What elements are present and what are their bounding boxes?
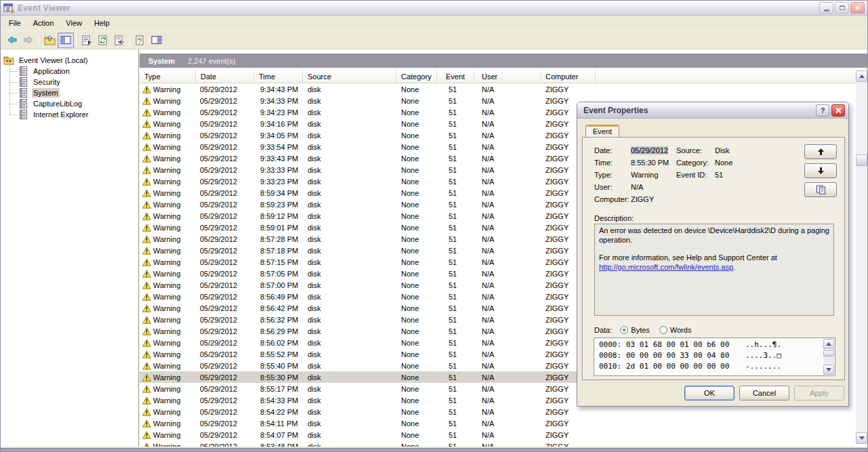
- menu-help[interactable]: Help: [88, 17, 116, 29]
- hex-scroll-up-button[interactable]: [823, 339, 834, 349]
- dialog-close-button[interactable]: [831, 104, 845, 117]
- cell-text: 8:53:48 PM: [260, 443, 298, 447]
- ok-button[interactable]: OK: [684, 386, 735, 400]
- cell-type: Warning: [140, 383, 196, 394]
- column-header-date[interactable]: Date: [196, 70, 254, 83]
- tab-event[interactable]: Event: [585, 125, 619, 138]
- dialog-title: Event Properties: [583, 106, 814, 115]
- apply-button[interactable]: Apply: [794, 386, 844, 400]
- column-header-category[interactable]: Category: [396, 70, 437, 83]
- menu-view[interactable]: View: [60, 17, 88, 29]
- table-row[interactable]: Warning05/29/20129:34:43 PMdiskNone51N/A…: [140, 83, 856, 95]
- scrollbar-thumb[interactable]: [856, 155, 867, 166]
- warning-icon: [142, 431, 151, 439]
- cell-time: 8:59:23 PM: [254, 199, 303, 210]
- table-row[interactable]: Warning05/29/20128:54:07 PMdiskNone51N/A…: [140, 429, 856, 440]
- previous-event-button[interactable]: [804, 144, 837, 159]
- cell-time: 8:59:12 PM: [254, 210, 303, 222]
- table-row[interactable]: Warning05/29/20128:54:22 PMdiskNone51N/A…: [140, 406, 856, 417]
- dialog-titlebar[interactable]: Event Properties ?: [577, 102, 848, 119]
- copy-button[interactable]: [804, 182, 837, 197]
- sidebar-item-security[interactable]: Security: [9, 77, 138, 87]
- cell-text: disk: [308, 97, 321, 105]
- properties-button[interactable]: [79, 33, 95, 48]
- cell-time: 8:57:28 PM: [254, 233, 303, 245]
- cell-text: 51: [449, 212, 457, 220]
- cell-time: 8:57:18 PM: [254, 245, 303, 256]
- help-button[interactable]: ?: [132, 33, 148, 48]
- table-row[interactable]: Warning05/29/20128:53:48 PMdiskNone51N/A…: [140, 440, 856, 447]
- window-titlebar[interactable]: Event Viewer ×: [1, 1, 867, 16]
- column-header-event[interactable]: Event: [437, 70, 474, 83]
- table-row[interactable]: Warning05/29/20128:54:11 PMdiskNone51N/A…: [140, 417, 856, 429]
- column-header-type[interactable]: Type: [140, 70, 196, 83]
- bytes-radio[interactable]: [620, 326, 628, 334]
- restore-button[interactable]: [835, 2, 849, 14]
- tree-item-label: Application: [32, 66, 71, 76]
- sidebar-item-system[interactable]: System: [9, 87, 138, 98]
- column-header-source[interactable]: Source: [303, 70, 396, 83]
- column-header-computer[interactable]: Computer: [541, 70, 596, 83]
- minimize-button[interactable]: [819, 2, 833, 14]
- column-header-user[interactable]: User: [474, 70, 541, 83]
- cell-text: 51: [449, 235, 457, 243]
- cell-time: 8:54:22 PM: [254, 406, 303, 417]
- sidebar-item-internet-explorer[interactable]: Internet Explorer: [9, 109, 138, 120]
- cell-event: 51: [437, 417, 474, 429]
- cell-text: ZIGGY: [545, 212, 569, 220]
- warning-icon: [142, 166, 151, 174]
- dialog-help-button[interactable]: ?: [816, 104, 829, 117]
- forward-button[interactable]: [20, 33, 37, 48]
- cell-user: N/A: [474, 164, 541, 176]
- type-value: Warning: [631, 171, 659, 179]
- export-list-button[interactable]: [111, 33, 127, 48]
- cell-date: 05/29/2012: [196, 360, 254, 371]
- cell-date: 05/29/2012: [196, 440, 254, 447]
- refresh-icon: [98, 35, 108, 45]
- vertical-scrollbar[interactable]: [856, 70, 867, 444]
- cell-text: N/A: [482, 327, 494, 335]
- sidebar-item-application[interactable]: Application: [9, 66, 138, 77]
- hex-line: 0000:03 01 68 00 01 00 b6 00..h...¶.: [599, 340, 835, 350]
- show-action-pane-button[interactable]: [148, 33, 165, 48]
- hex-scroll-down-button[interactable]: [823, 365, 834, 375]
- hex-scrollbar-thumb[interactable]: [823, 350, 834, 356]
- menu-action[interactable]: Action: [27, 17, 60, 29]
- hex-scrollbar[interactable]: [823, 339, 834, 375]
- cell-type: Warning: [140, 233, 196, 245]
- cell-user: N/A: [474, 233, 541, 245]
- cell-user: N/A: [474, 360, 541, 371]
- scroll-down-button[interactable]: [856, 432, 867, 444]
- column-header-time[interactable]: Time: [254, 70, 303, 83]
- events-link[interactable]: http://go.microsoft.com/fwlink/events.as…: [599, 263, 733, 271]
- cancel-button[interactable]: Cancel: [739, 386, 789, 400]
- refresh-button[interactable]: [95, 33, 111, 48]
- cell-text: ZIGGY: [545, 443, 569, 447]
- close-button[interactable]: ×: [850, 2, 865, 14]
- up-one-level-button[interactable]: [41, 33, 58, 48]
- cell-text: N/A: [482, 108, 494, 117]
- scroll-up-button[interactable]: [856, 70, 867, 82]
- menu-file[interactable]: File: [3, 17, 27, 29]
- warning-icon: [142, 247, 151, 255]
- cell-text: 51: [449, 339, 457, 347]
- bytes-radio-label: Bytes: [631, 326, 650, 334]
- next-event-button[interactable]: [804, 163, 837, 178]
- show-hide-console-tree-button[interactable]: [58, 33, 74, 48]
- cell-text: N/A: [482, 178, 494, 186]
- words-radio[interactable]: [659, 326, 667, 334]
- sidebar-item-captureliblog[interactable]: CaptureLibLog: [9, 98, 138, 109]
- tree-root-event-viewer-local[interactable]: Event Viewer (Local): [1, 55, 138, 66]
- cell-type: Warning: [140, 279, 196, 291]
- cell-text: disk: [308, 212, 321, 220]
- cell-text: None: [401, 362, 419, 370]
- cell-event: 51: [437, 279, 474, 291]
- back-button[interactable]: [4, 33, 20, 48]
- cell-user: N/A: [474, 152, 541, 164]
- cell-text: 51: [449, 178, 457, 186]
- cell-source: disk: [303, 429, 396, 440]
- cell-source: disk: [303, 314, 396, 325]
- warning-icon: [142, 131, 151, 140]
- cell-date: 05/29/2012: [196, 129, 254, 141]
- cell-source: disk: [303, 152, 396, 164]
